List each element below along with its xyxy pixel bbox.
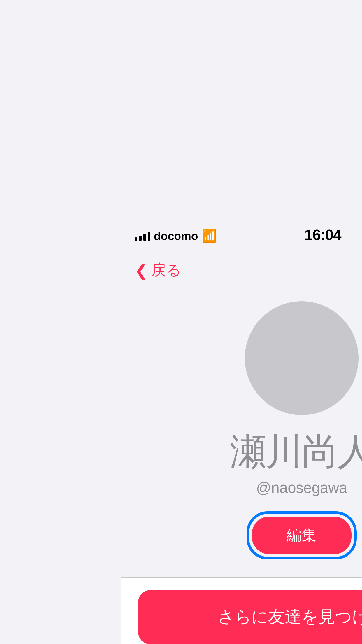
time-label: 16:04	[305, 227, 341, 244]
edit-button-wrapper: 編集	[246, 511, 357, 559]
display-name: 瀬川尚人	[230, 427, 362, 476]
status-left: docomo 📶	[135, 229, 217, 243]
buttons-section: さらに友達を見つける アカウントを表示	[121, 578, 362, 644]
signal-bar-1	[135, 237, 137, 241]
back-chevron-icon: ❮	[135, 261, 148, 280]
signal-bar-4	[148, 232, 150, 241]
avatar	[245, 301, 359, 415]
signal-bar-2	[139, 236, 142, 241]
back-button[interactable]: ❮ 戻る	[135, 260, 181, 280]
status-bar: docomo 📶 16:04 ✱	[121, 215, 362, 253]
profile-section: 瀬川尚人 @naosegawa 編集	[121, 287, 362, 577]
signal-bar-3	[143, 234, 146, 241]
screen: docomo 📶 16:04 ✱ ❮ 戻る	[121, 215, 362, 644]
carrier-label: docomo	[154, 229, 198, 242]
find-friends-button[interactable]: さらに友達を見つける	[138, 590, 362, 644]
nav-bar: ❮ 戻る	[121, 253, 362, 287]
edit-button[interactable]: 編集	[252, 517, 352, 554]
back-label: 戻る	[151, 260, 181, 280]
signal-bars	[135, 230, 150, 241]
wifi-icon: 📶	[202, 229, 217, 243]
username: @naosegawa	[256, 480, 347, 497]
